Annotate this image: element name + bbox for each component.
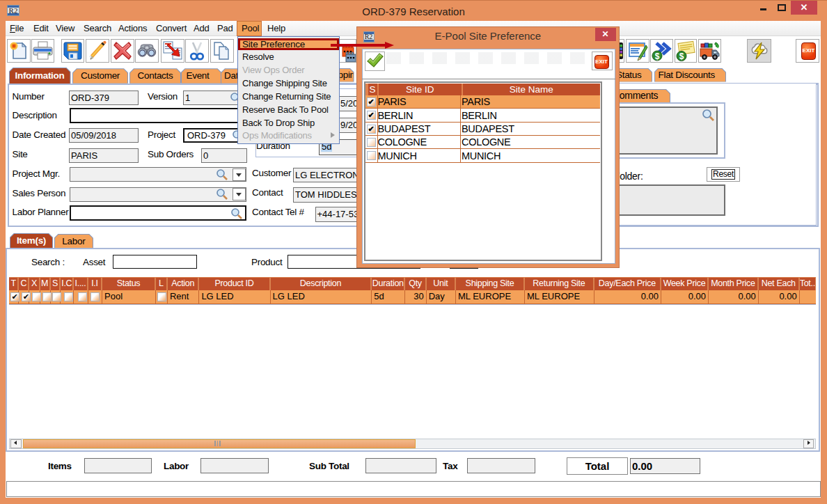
svg-text:$: $ [655, 52, 660, 61]
svg-text:$: $ [679, 52, 684, 61]
